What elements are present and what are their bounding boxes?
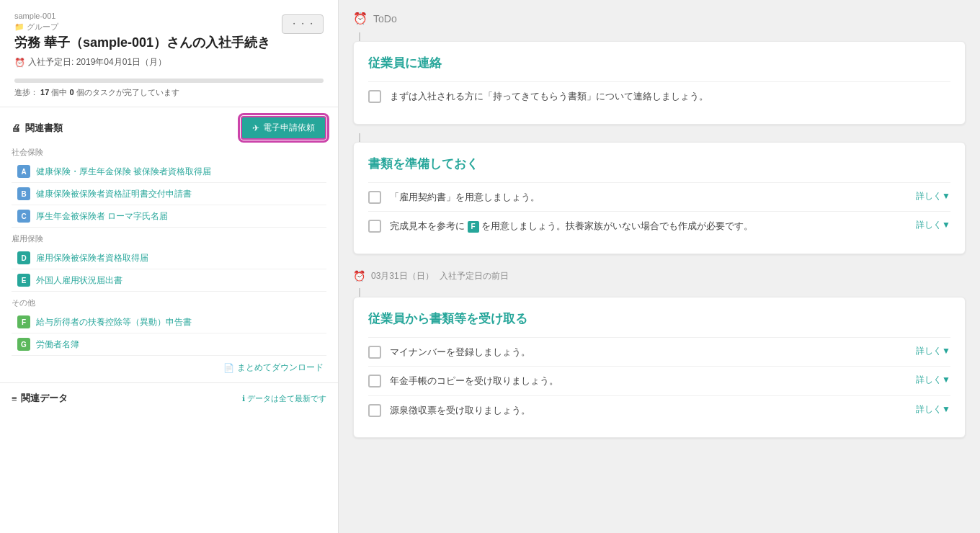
section-header-row: 🖨 関連書類 ✈ 電子申請依頼: [12, 116, 326, 140]
info-icon: ℹ: [242, 394, 245, 403]
progress-label: 進捗： 17 個中 0 個のタスクが完了しています: [14, 87, 324, 98]
task-checkbox[interactable]: [368, 346, 381, 359]
data-status: ℹ データは全て最新です: [242, 393, 326, 404]
task-text: 年金手帳のコピーを受け取りましょう。: [390, 374, 907, 388]
print-icon: 🖨: [12, 122, 21, 133]
doc-item[interactable]: G 労働者名簿: [12, 333, 326, 356]
join-date: ⏰ 入社予定日: 2019年04月01日（月）: [14, 56, 282, 68]
header-section: sample-001 📁 グループ 労務 華子（sample-001）さんの入社…: [0, 0, 338, 107]
page-title: 労務 華子（sample-001）さんの入社手続き: [14, 34, 282, 52]
doc-item[interactable]: F 給与所得者の扶養控除等（異動）申告書: [12, 311, 326, 333]
task-checkbox[interactable]: [368, 375, 381, 388]
task-card-title-prepare: 書類を準備しておく: [368, 156, 950, 172]
doc-item[interactable]: C 厚生年金被保険者 ローマ字氏名届: [12, 205, 326, 228]
doc-item[interactable]: D 雇用保険被保険者資格取得届: [12, 247, 326, 269]
doc-badge-a: A: [17, 165, 30, 178]
doc-name: 雇用保険被保険者資格取得届: [36, 252, 148, 264]
task-item: 「雇用契約書」を用意しましょう。 詳しく▼: [368, 182, 950, 212]
clock-icon: ⏰: [14, 58, 25, 68]
task-card-receive: 従業員から書類等を受け取る マイナンバーを登録しましょう。 詳しく▼ 年金手帳の…: [353, 297, 966, 439]
task-item: まずは入社される方に「持ってきてもらう書類」について連絡しましょう。: [368, 81, 950, 111]
task-detail-link[interactable]: 詳しく▼: [916, 190, 950, 202]
progress-bar-container: [14, 79, 324, 83]
download-all-button[interactable]: 📄 まとめてダウンロード: [12, 362, 326, 374]
timeline-line-2: [359, 133, 966, 142]
related-data-section: ≡ 関連データ ℹ データは全て最新です: [0, 383, 338, 413]
todo-clock-icon: ⏰: [353, 12, 368, 25]
electronic-request-button[interactable]: ✈ 電子申請依頼: [241, 116, 326, 140]
category-label-social: 社会保険: [12, 147, 326, 158]
task-checkbox[interactable]: [368, 220, 381, 233]
doc-badge-b: B: [17, 187, 30, 200]
doc-name: 外国人雇用状況届出書: [36, 274, 122, 287]
doc-name: 給与所得者の扶養控除等（異動）申告書: [36, 316, 192, 328]
left-panel: sample-001 📁 グループ 労務 華子（sample-001）さんの入社…: [0, 0, 339, 533]
category-label-employment: 雇用保険: [12, 233, 326, 244]
task-checkbox[interactable]: [368, 191, 381, 204]
doc-name: 健康保険・厚生年金保険 被保険者資格取得届: [36, 166, 211, 178]
task-detail-link[interactable]: 詳しく▼: [916, 374, 950, 386]
timeline-line-top: [359, 32, 966, 41]
doc-name: 労働者名簿: [36, 339, 79, 351]
doc-name: 健康保険被保険者資格証明書交付申請書: [36, 188, 192, 200]
send-icon: ✈: [252, 123, 259, 133]
folder-icon: 📁: [14, 22, 24, 32]
category-label-other: その他: [12, 297, 326, 308]
doc-item[interactable]: E 外国人雇用状況届出書: [12, 269, 326, 292]
sep-clock-icon: ⏰: [353, 270, 365, 282]
task-text: まずは入社される方に「持ってきてもらう書類」について連絡しましょう。: [390, 89, 950, 104]
date-separator: ⏰ 03月31日（日） 入社予定日の前日: [353, 263, 966, 288]
doc-item[interactable]: A 健康保険・厚生年金保険 被保険者資格取得届: [12, 161, 326, 183]
task-item: 完成見本を参考に F を用意しましょう。扶養家族がいない場合でも作成が必要です。…: [368, 211, 950, 241]
task-checkbox[interactable]: [368, 90, 381, 103]
task-item: マイナンバーを登録しましょう。 詳しく▼: [368, 337, 950, 367]
task-text: マイナンバーを登録しましょう。: [390, 345, 907, 359]
doc-badge-g: G: [17, 338, 30, 351]
todo-header: ⏰ ToDo: [353, 0, 966, 32]
task-item: 年金手帳のコピーを受け取りましょう。 詳しく▼: [368, 366, 950, 395]
doc-badge-e: E: [17, 274, 30, 287]
task-card-contact: 従業員に連絡 まずは入社される方に「持ってきてもらう書類」について連絡しましょう…: [353, 41, 966, 125]
doc-item[interactable]: B 健康保険被保険者資格証明書交付申請書: [12, 183, 326, 205]
doc-name: 厚生年金被保険者 ローマ字氏名届: [36, 210, 168, 223]
task-checkbox[interactable]: [368, 404, 381, 417]
task-card-title-contact: 従業員に連絡: [368, 55, 950, 71]
task-detail-link[interactable]: 詳しく▼: [916, 345, 950, 357]
task-card-title-receive: 従業員から書類等を受け取る: [368, 310, 950, 327]
right-panel: ⏰ ToDo 従業員に連絡 まずは入社される方に「持ってきてもらう書類」について…: [339, 0, 980, 533]
todo-label: ToDo: [373, 13, 397, 24]
task-detail-link[interactable]: 詳しく▼: [916, 219, 950, 231]
sample-id: sample-001: [14, 12, 55, 20]
task-detail-link[interactable]: 詳しく▼: [916, 403, 950, 416]
task-text: 「雇用契約書」を用意しましょう。: [390, 190, 907, 205]
download-icon: 📄: [223, 363, 234, 373]
group-tag: 📁 グループ: [14, 22, 58, 32]
timeline-line-3: [359, 288, 966, 297]
task-text: 完成見本を参考に F を用意しましょう。扶養家族がいない場合でも作成が必要です。: [390, 219, 907, 233]
task-item: 源泉徴収票を受け取りましょう。 詳しく▼: [368, 395, 950, 425]
related-data-title: ≡ 関連データ: [12, 392, 68, 405]
related-docs-section: 🖨 関連書類 ✈ 電子申請依頼 社会保険 A 健康保険・厚生年金保険 被保険者資…: [0, 107, 338, 383]
doc-badge-f: F: [17, 315, 30, 328]
sep-date: 03月31日（日）: [371, 270, 434, 282]
f-badge: F: [468, 221, 479, 233]
more-button[interactable]: ・・・: [282, 14, 324, 34]
doc-badge-c: C: [17, 210, 30, 223]
related-docs-title: 🖨 関連書類: [12, 122, 63, 135]
group-label: sample-001: [14, 12, 282, 20]
sep-label: 入社予定日の前日: [440, 270, 509, 282]
database-icon: ≡: [12, 393, 17, 404]
doc-badge-d: D: [17, 251, 30, 264]
task-text: 源泉徴収票を受け取りましょう。: [390, 403, 907, 418]
task-card-prepare: 書類を準備しておく 「雇用契約書」を用意しましょう。 詳しく▼ 完成見本を参考に…: [353, 142, 966, 254]
